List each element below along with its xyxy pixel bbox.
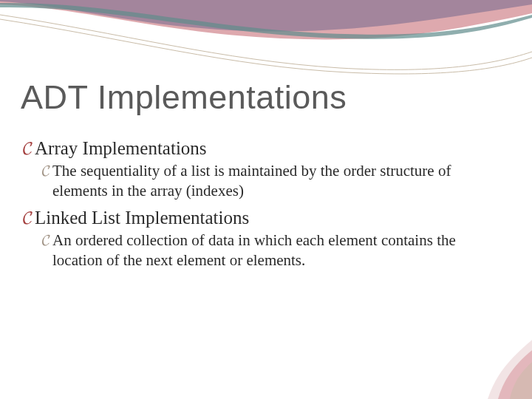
corner-wave-decoration — [443, 310, 532, 399]
bullet-text: Linked List Implementations — [35, 207, 249, 229]
bullet-text: Array Implementations — [35, 137, 207, 160]
top-wave-decoration — [0, 0, 532, 81]
bullet-lvl1: 𝓒 Array Implementations 𝓒 The sequential… — [22, 137, 507, 201]
scribble-bullet-icon: 𝓒 — [41, 161, 50, 181]
bullet-lvl2: 𝓒 The sequentiality of a list is maintai… — [41, 161, 507, 201]
scribble-bullet-icon: 𝓒 — [22, 137, 32, 160]
bullet-text: An ordered collection of data in which e… — [52, 231, 507, 270]
slide-title: ADT Implementations — [21, 78, 347, 117]
bullet-lvl2: 𝓒 An ordered collection of data in which… — [41, 231, 507, 270]
bullet-text: The sequentiality of a list is maintaine… — [52, 161, 507, 201]
bullet-lvl1: 𝓒 Linked List Implementations 𝓒 An order… — [22, 207, 507, 270]
slide-body: 𝓒 Array Implementations 𝓒 The sequential… — [22, 137, 507, 276]
scribble-bullet-icon: 𝓒 — [41, 231, 50, 250]
scribble-bullet-icon: 𝓒 — [22, 207, 32, 229]
slide: ADT Implementations 𝓒 Array Implementati… — [0, 0, 532, 399]
